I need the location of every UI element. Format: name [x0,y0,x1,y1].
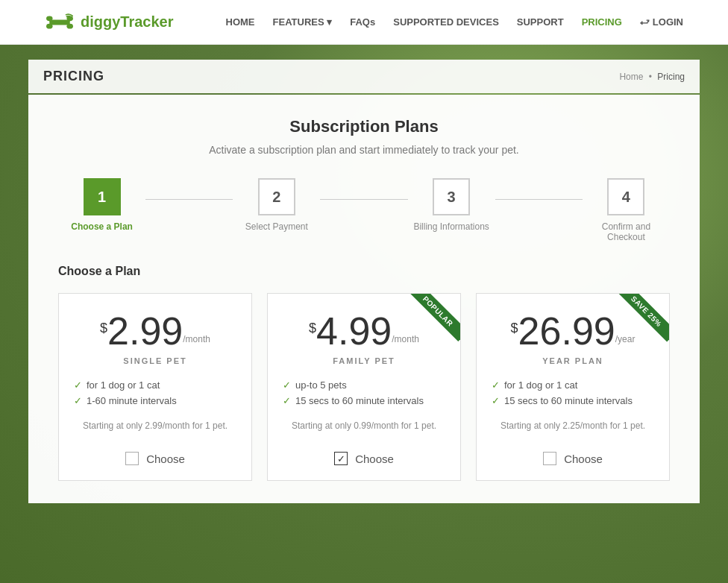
step-number-2: 2 [258,178,295,215]
nav-features[interactable]: FEATURES ▾ [273,16,333,28]
step-label-2: Select Payment [245,221,308,232]
nav-login[interactable]: ⮐ LOGIN [640,16,683,28]
plan-checkbox-family[interactable] [334,452,348,465]
plan-badge-text-family: POPULAR [407,294,460,341]
plan-dollar-single: $ [100,321,107,336]
nav-support[interactable]: SUPPORT [517,16,564,28]
breadcrumb: Home • Pricing [619,72,685,82]
step-4: 4 Confirm and Checkout [583,178,670,242]
step-label-1: Choose a Plan [71,221,133,232]
plan-features-single: ✓for 1 dog or 1 cat ✓1-60 minute interva… [74,377,236,409]
section-title: Subscription Plans [58,117,670,136]
section-subtitle: Activate a subscription plan and start i… [58,144,670,156]
step-connector-2 [320,199,407,200]
plan-choose-label-single: Choose [146,453,185,465]
plan-note-family: Starting at only 0.99/month for 1 pet. [283,420,445,431]
plan-badge-family: POPULAR [401,294,460,353]
nav-home[interactable]: HOME [226,16,255,28]
step-connector-1 [145,199,233,200]
plan-card-single: $2.99/month SINGLE PET ✓for 1 dog or 1 c… [58,293,252,481]
plan-checkbox-single[interactable] [125,452,139,465]
check-icon: ✓ [74,379,82,391]
steps-container: 1 Choose a Plan 2 Select Payment 3 Billi… [58,178,670,242]
main-nav: HOME FEATURES ▾ FAQs SUPPORTED DEVICES S… [226,16,683,28]
plan-feature-year-2: ✓15 secs to 60 minute intervals [492,393,654,409]
breadcrumb-home[interactable]: Home [619,72,643,82]
plan-choose-label-year: Choose [564,453,603,465]
plan-name-year: YEAR PLAN [492,356,654,365]
plan-feature-family-2: ✓15 secs to 60 minute intervals [283,393,445,409]
plan-feature-family-1: ✓up-to 5 pets [283,377,445,393]
plan-note-year: Starting at only 2.25/month for 1 pet. [492,420,654,431]
plan-price-single: $2.99/month [74,312,236,350]
plan-card-year: SAVE 25% $26.99/year YEAR PLAN ✓for 1 do… [476,293,670,481]
step-3: 3 Billing Informations [408,178,495,232]
plan-name-single: SINGLE PET [74,356,236,365]
plan-badge-year: SAVE 25% [609,294,669,353]
step-number-4: 4 [607,178,644,215]
login-icon: ⮐ [640,16,650,28]
plan-badge-text-year: SAVE 25% [615,294,669,342]
logo-icon [45,13,75,31]
plan-amount-year: 26.99 [518,309,615,353]
page-title-bar: PRICING Home • Pricing [28,60,700,93]
plan-choose-family: Choose [283,446,445,465]
nav-pricing[interactable]: PRICING [582,16,622,28]
logo-text: diggyTracker [81,13,174,31]
check-icon: ✓ [283,395,291,406]
breadcrumb-separator: • [649,72,652,82]
page-title: PRICING [43,69,104,84]
step-2: 2 Select Payment [233,178,320,232]
plan-checkbox-year[interactable] [543,452,556,465]
breadcrumb-current: Pricing [657,72,685,82]
site-header: diggyTracker HOME FEATURES ▾ FAQs SUPPOR… [0,0,728,45]
plan-amount-single: 2.99 [107,309,183,353]
plan-name-family: FAMILY PET [283,356,445,365]
chevron-down-icon: ▾ [327,16,332,28]
main-card: Subscription Plans Activate a subscripti… [28,95,700,503]
plan-card-family: POPULAR $4.99/month FAMILY PET ✓up-to 5 … [267,293,461,481]
svg-rect-4 [49,19,69,25]
plan-feature-single-1: ✓for 1 dog or 1 cat [74,377,236,393]
plan-dollar-family: $ [309,321,316,336]
choose-plan-title: Choose a Plan [58,265,670,278]
plans-grid: $2.99/month SINGLE PET ✓for 1 dog or 1 c… [58,293,670,481]
step-number-3: 3 [433,178,470,215]
plan-choose-label-family: Choose [355,453,394,465]
plan-dollar-year: $ [511,321,518,336]
step-label-3: Billing Informations [413,221,489,232]
plan-feature-year-1: ✓for 1 dog or 1 cat [492,377,654,393]
plan-features-year: ✓for 1 dog or 1 cat ✓15 secs to 60 minut… [492,377,654,409]
plan-choose-year: Choose [492,446,654,465]
plan-choose-single: Choose [74,446,236,465]
check-icon: ✓ [492,379,500,391]
step-label-4: Confirm and Checkout [583,221,670,242]
check-icon: ✓ [74,395,82,406]
plan-features-family: ✓up-to 5 pets ✓15 secs to 60 minute inte… [283,377,445,409]
nav-faqs[interactable]: FAQs [350,16,375,28]
plan-period-single: /month [183,334,210,344]
step-number-1: 1 [84,178,121,215]
logo[interactable]: diggyTracker [45,13,174,31]
check-icon: ✓ [283,379,291,391]
page-wrapper: PRICING Home • Pricing Subscription Plan… [28,45,700,533]
step-1: 1 Choose a Plan [58,178,145,232]
plan-feature-single-2: ✓1-60 minute intervals [74,393,236,409]
plan-note-single: Starting at only 2.99/month for 1 pet. [74,420,236,431]
plan-amount-family: 4.99 [316,309,392,353]
nav-supported-devices[interactable]: SUPPORTED DEVICES [393,16,499,28]
check-icon: ✓ [492,395,500,406]
step-connector-3 [495,199,583,200]
